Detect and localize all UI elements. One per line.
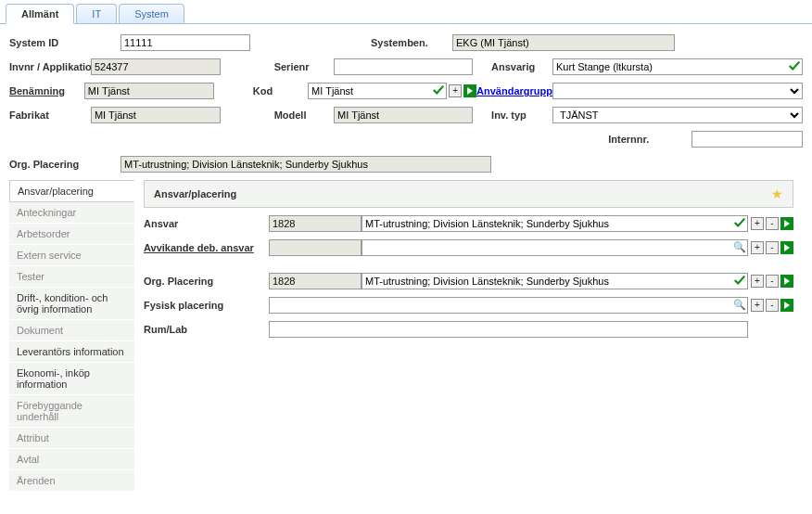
sidetab-extern[interactable]: Extern service [9,245,134,266]
sidetab-arbetsorder[interactable]: Arbetsorder [9,224,134,245]
benamning-label[interactable]: Benämning [9,85,65,96]
systemben-label: Systemben. [371,37,452,48]
kod-input[interactable] [308,83,447,99]
system-id-label: System ID [9,37,121,48]
anvgrupp-select[interactable] [552,83,803,99]
sidetab-forebyggande[interactable]: Förebyggande underhåll [9,395,134,428]
sidetab-tester[interactable]: Tester [9,266,134,288]
go-button[interactable] [780,299,793,312]
modell-input[interactable] [334,107,473,123]
star-icon[interactable]: ★ [771,186,783,201]
rum-input[interactable] [269,321,748,338]
check-icon [733,216,746,229]
ansvar-code-input[interactable] [269,215,362,232]
tab-allmant[interactable]: Allmänt [6,4,74,24]
invtyp-select[interactable]: TJÄNST [552,107,803,123]
internnr-input[interactable] [691,131,803,148]
avvik-desc-input[interactable] [362,239,748,256]
system-id-input[interactable] [121,34,250,51]
sidetab-arenden[interactable]: Ärenden [9,470,134,492]
ansvar-desc-input[interactable] [362,215,748,232]
sidetab-dokument[interactable]: Dokument [9,320,134,341]
check-icon [788,59,801,72]
go-button[interactable] [463,84,476,97]
org-code-input[interactable] [269,273,362,289]
remove-button[interactable]: - [766,299,779,312]
tab-it[interactable]: IT [76,4,117,23]
sidetab-anteckningar[interactable]: Anteckningar [9,202,134,224]
go-button[interactable] [780,217,793,230]
org-label: Org. Placering [144,276,269,287]
check-icon [733,274,746,287]
sidetab-leverantor[interactable]: Leverantörs information [9,341,134,363]
avvik-code-input[interactable] [269,239,362,256]
side-tabs: Ansvar/placering Anteckningar Arbetsorde… [9,180,134,492]
check-icon [432,84,445,96]
sidetab-attribut[interactable]: Attribut [9,428,134,449]
benamning-input[interactable] [84,83,214,99]
go-button[interactable] [780,241,793,254]
ansvar-label: Ansvar [144,218,269,229]
rum-label: Rum/Lab [144,324,269,335]
serienr-label: Serienr [274,61,334,72]
sidetab-ekonomi[interactable]: Ekonomi-, inköp information [9,363,134,395]
kod-label: Kod [253,85,308,96]
orgplacering-input[interactable] [121,156,491,173]
search-icon[interactable]: 🔍 [733,241,746,253]
invtyp-label: Inv. typ [473,109,552,121]
invnr-label: Invnr / Applikation [9,61,91,72]
add-button[interactable]: + [751,241,764,254]
fysisk-input[interactable] [269,297,748,314]
invnr-input[interactable] [91,58,221,75]
go-button[interactable] [780,275,793,288]
systemben-input[interactable] [452,34,675,51]
top-tabs: Allmänt IT System [0,0,812,24]
fabrikat-label: Fabrikat [9,109,91,121]
org-desc-input[interactable] [362,273,748,289]
add-button[interactable]: + [751,299,764,312]
remove-button[interactable]: - [766,241,779,254]
modell-label: Modell [274,109,334,121]
panel: Ansvar/placering ★ Ansvar + - Avvikande … [134,180,803,492]
add-button[interactable]: + [449,84,462,97]
ansvarig-label: Ansvarig [473,61,552,72]
add-button[interactable]: + [751,275,764,288]
ansvarig-input[interactable] [552,58,803,75]
serienr-input[interactable] [334,58,473,75]
fysisk-label: Fysisk placering [144,300,269,311]
panel-header: Ansvar/placering ★ [144,180,793,208]
tab-system[interactable]: System [119,4,184,23]
fabrikat-input[interactable] [91,107,221,123]
form-area: System ID Systemben. Invnr / Applikation… [0,24,812,501]
search-icon[interactable]: 🔍 [733,299,746,311]
avvik-label[interactable]: Avvikande deb. ansvar [144,242,254,253]
internnr-label: Internnr. [590,134,691,145]
sidetab-drift[interactable]: Drift-, kondition- och övrig information [9,288,134,320]
add-button[interactable]: + [751,217,764,230]
sidetab-ansvar[interactable]: Ansvar/placering [9,180,134,202]
sidetab-avtal[interactable]: Avtal [9,449,134,470]
anvgrupp-label[interactable]: Användargrupp [476,85,552,96]
orgplacering-label: Org. Placering [9,159,121,170]
remove-button[interactable]: - [766,217,779,230]
remove-button[interactable]: - [766,275,779,288]
panel-title: Ansvar/placering [154,188,771,199]
